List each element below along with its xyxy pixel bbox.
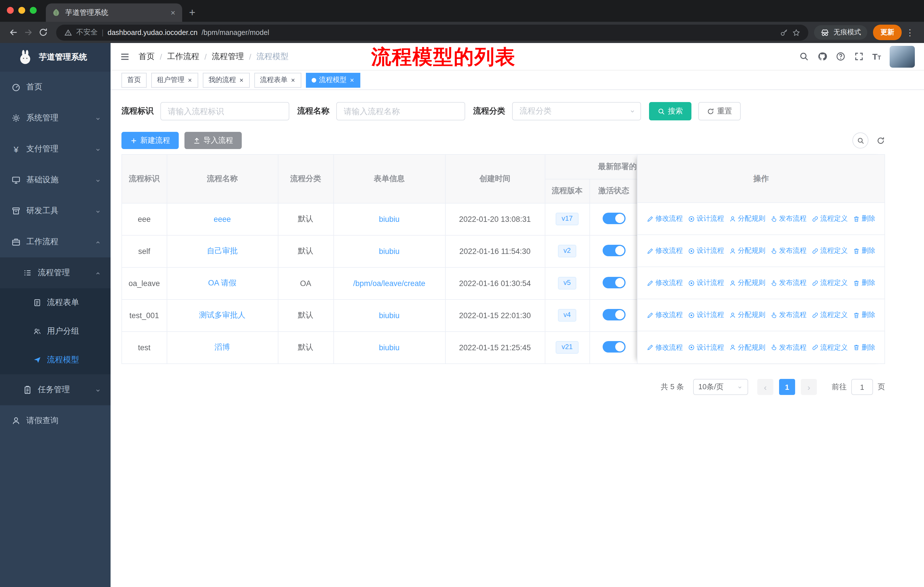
op-delete-link[interactable]: 删除 (853, 214, 875, 223)
op-assign-rule-link[interactable]: 分配规则 (729, 214, 765, 223)
import-process-button[interactable]: 导入流程 (185, 132, 242, 149)
search-button[interactable]: 搜索 (649, 102, 691, 121)
sidebar-item-user-group[interactable]: 用户分组 (0, 317, 111, 346)
op-modify-link[interactable]: 修改流程 (647, 342, 683, 352)
close-icon[interactable]: × (187, 76, 193, 83)
form-info-link[interactable]: biubiu (379, 311, 399, 319)
help-icon[interactable] (835, 51, 845, 61)
close-icon[interactable]: × (290, 76, 295, 83)
bookmark-star-icon[interactable] (792, 28, 800, 36)
active-toggle[interactable] (602, 212, 625, 224)
refresh-table-button[interactable] (876, 136, 885, 145)
form-info-link[interactable]: biubiu (379, 247, 399, 255)
prev-page-button[interactable]: ‹ (757, 379, 773, 395)
tab-close-icon[interactable]: × (170, 8, 177, 17)
sidebar-toggle-button[interactable] (120, 51, 130, 62)
sidebar-item-process-model[interactable]: 流程模型 (0, 346, 111, 374)
sidebar-item-process-form[interactable]: 流程表单 (0, 288, 111, 317)
browser-tab[interactable]: 芋道管理系统 × (46, 3, 182, 22)
chrome-update-button[interactable]: 更新 (873, 25, 902, 40)
model-name-link[interactable]: OA 请假 (208, 279, 236, 287)
breadcrumb-item-home[interactable]: 首页 (139, 51, 155, 62)
model-name-link[interactable]: eeee (214, 215, 231, 223)
sidebar-item-home[interactable]: 首页 (0, 72, 111, 103)
goto-page-input[interactable] (851, 379, 873, 395)
sidebar-item-system[interactable]: 系统管理 (0, 103, 111, 134)
model-name-link[interactable]: 滔博 (214, 343, 230, 352)
op-delete-link[interactable]: 删除 (853, 246, 875, 256)
password-key-icon[interactable] (780, 28, 788, 36)
form-info-link[interactable]: /bpm/oa/leave/create (353, 279, 425, 288)
model-name-link[interactable]: 自己审批 (207, 246, 238, 255)
sidebar-item-process-management[interactable]: 流程管理 (0, 257, 111, 288)
minimize-window-button[interactable] (18, 7, 25, 14)
op-definition-link[interactable]: 流程定义 (812, 246, 848, 256)
sidebar-item-leave-query[interactable]: 请假查询 (0, 405, 111, 436)
breadcrumb-item-workflow[interactable]: 工作流程 (167, 51, 200, 62)
close-icon[interactable]: × (350, 76, 355, 83)
op-modify-link[interactable]: 修改流程 (647, 246, 683, 256)
reset-button[interactable]: 重置 (698, 102, 741, 121)
sidebar-item-devtools[interactable]: 研发工具 (0, 195, 111, 227)
browser-menu-icon[interactable]: ⋮ (902, 27, 918, 38)
tag-tenant-management[interactable]: 租户管理 × (151, 73, 198, 88)
op-modify-link[interactable]: 修改流程 (647, 310, 683, 320)
op-modify-link[interactable]: 修改流程 (647, 278, 683, 288)
github-icon[interactable] (817, 51, 827, 61)
process-category-select[interactable]: 流程分类 (512, 102, 641, 121)
active-toggle[interactable] (602, 276, 625, 288)
page-size-select[interactable]: 10条/页 (693, 379, 748, 395)
op-assign-rule-link[interactable]: 分配规则 (729, 246, 765, 256)
forward-button[interactable] (21, 25, 36, 40)
zoom-window-button[interactable] (30, 7, 37, 14)
process-key-input[interactable] (160, 102, 289, 121)
tag-my-process[interactable]: 我的流程 × (203, 73, 250, 88)
active-toggle[interactable] (602, 341, 625, 352)
tag-process-model[interactable]: 流程模型 × (306, 73, 360, 88)
fullscreen-icon[interactable] (854, 51, 864, 61)
op-publish-link[interactable]: 发布流程 (771, 246, 807, 256)
op-design-link[interactable]: 设计流程 (688, 342, 724, 352)
op-design-link[interactable]: 设计流程 (688, 310, 724, 320)
next-page-button[interactable]: › (801, 379, 817, 395)
op-publish-link[interactable]: 发布流程 (771, 214, 807, 223)
active-toggle[interactable] (602, 245, 625, 256)
process-name-input[interactable] (336, 102, 465, 121)
app-logo[interactable]: 芋道管理系统 (0, 43, 111, 72)
op-modify-link[interactable]: 修改流程 (647, 214, 683, 223)
address-bar[interactable]: 不安全 | dashboard.yudao.iocoder.cn/bpm/man… (56, 24, 808, 40)
create-process-button[interactable]: 新建流程 (121, 132, 179, 149)
breadcrumb-item-process-management[interactable]: 流程管理 (212, 51, 244, 62)
active-toggle[interactable] (602, 309, 625, 320)
search-icon[interactable] (799, 51, 808, 61)
sidebar-item-task-management[interactable]: 任务管理 (0, 374, 111, 405)
op-definition-link[interactable]: 流程定义 (812, 214, 848, 223)
sidebar-item-payment[interactable]: ¥ 支付管理 (0, 134, 111, 165)
form-info-link[interactable]: biubiu (379, 215, 399, 223)
model-name-link[interactable]: 测试多审批人 (199, 311, 246, 319)
security-label[interactable]: 不安全 (76, 28, 98, 37)
sidebar-item-infrastructure[interactable]: 基础设施 (0, 165, 111, 195)
op-definition-link[interactable]: 流程定义 (812, 342, 848, 352)
op-delete-link[interactable]: 删除 (853, 310, 875, 320)
current-page-button[interactable]: 1 (779, 379, 795, 395)
op-definition-link[interactable]: 流程定义 (812, 310, 848, 320)
toggle-search-button[interactable] (852, 132, 868, 149)
close-window-button[interactable] (7, 7, 14, 14)
tag-process-form[interactable]: 流程表单 × (254, 73, 301, 88)
op-design-link[interactable]: 设计流程 (688, 278, 724, 288)
close-icon[interactable]: × (239, 76, 244, 83)
reload-button[interactable] (36, 25, 50, 40)
op-publish-link[interactable]: 发布流程 (771, 342, 807, 352)
op-design-link[interactable]: 设计流程 (688, 246, 724, 256)
op-assign-rule-link[interactable]: 分配规则 (729, 278, 765, 288)
op-delete-link[interactable]: 删除 (853, 342, 875, 352)
tag-home[interactable]: 首页 (121, 73, 147, 88)
op-definition-link[interactable]: 流程定义 (812, 278, 848, 288)
op-design-link[interactable]: 设计流程 (688, 214, 724, 223)
back-button[interactable] (6, 25, 21, 40)
op-publish-link[interactable]: 发布流程 (771, 278, 807, 288)
sidebar-item-workflow[interactable]: 工作流程 (0, 227, 111, 257)
op-assign-rule-link[interactable]: 分配规则 (729, 342, 765, 352)
avatar[interactable] (889, 46, 915, 67)
